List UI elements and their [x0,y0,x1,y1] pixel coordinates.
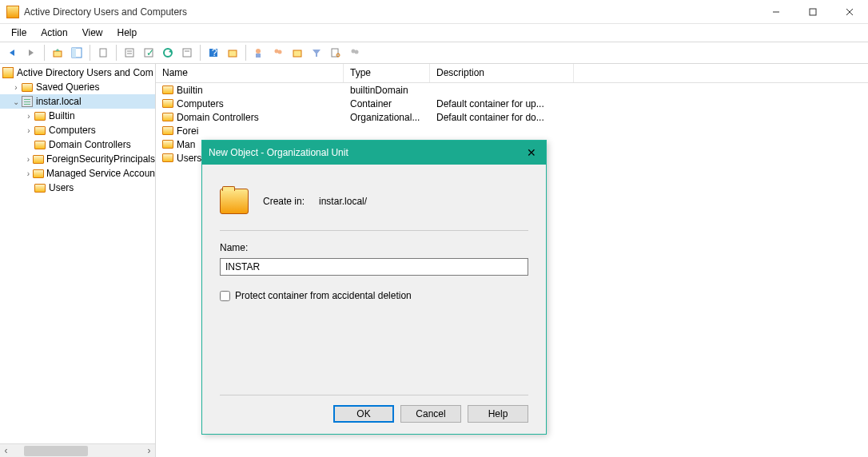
tree-item-foreignsecurityprincipals[interactable]: ›ForeignSecurityPrincipals [0,152,155,166]
new-group-icon[interactable] [269,44,287,62]
forward-button[interactable] [22,44,40,62]
scroll-left-arrow[interactable]: ‹ [0,445,12,457]
name-label: Name: [220,242,528,253]
tree-item-managed-service-accoun[interactable]: ›Managed Service Accoun [0,166,155,181]
svg-rect-4 [54,51,62,57]
list-header: Name Type Description [156,64,868,83]
help-button[interactable]: Help [468,405,528,423]
toolbar: ✓ ? [0,42,868,64]
domain-icon [21,96,34,107]
new-ou-icon[interactable] [289,44,306,62]
search-icon[interactable] [327,44,344,62]
tree-item-label: Saved Queries [36,81,99,93]
folder-icon [34,139,46,150]
svg-rect-20 [256,54,261,58]
properties-button[interactable] [121,44,138,62]
minimize-button[interactable] [758,0,794,24]
menu-help[interactable]: Help [111,26,144,40]
folder-icon [162,99,173,108]
tree-expander[interactable]: › [11,83,21,92]
tree-item-builtin[interactable]: ›Builtin [0,109,155,123]
tree-item-label: Builtin [49,110,75,121]
tree-item-users[interactable]: Users [0,181,155,195]
filter-icon[interactable] [308,44,325,62]
tree-root-label: Active Directory Users and Com [17,67,153,78]
show-hide-tree-button[interactable] [68,44,86,62]
tree-pane[interactable]: Active Directory Users and Com ›Saved Qu… [0,64,156,457]
svg-rect-24 [332,49,338,57]
svg-text:?: ? [212,47,217,58]
tree-item-domain-controllers[interactable]: Domain Controllers [0,137,155,152]
list-cell-name: Man [177,139,195,150]
column-name[interactable]: Name [156,64,344,82]
scroll-thumb[interactable] [24,446,88,456]
list-row[interactable]: Forei [156,124,868,137]
maximize-button[interactable] [794,0,831,24]
back-button[interactable] [3,44,21,62]
list-cell-name: Computers [177,98,224,109]
window-titlebar: Active Directory Users and Computers [0,0,868,24]
tree-item-label: Managed Service Accoun [46,168,155,179]
tree-expander[interactable]: › [24,169,33,178]
create-in-path: instar.local/ [319,196,367,207]
folder-icon [162,140,173,149]
folder-icon [220,189,249,214]
folder-icon [162,126,173,135]
menu-view[interactable]: View [76,26,109,40]
dialog-close-button[interactable]: ✕ [524,146,540,159]
list-row[interactable]: ComputersContainerDefault container for … [156,97,868,110]
list-cell-name: Forei [177,125,198,137]
ad-icon [2,67,14,78]
column-type[interactable]: Type [344,64,430,82]
folder-icon [162,153,173,162]
horizontal-scrollbar[interactable]: ‹ › [0,443,155,457]
protect-label: Protect container from accidental deleti… [235,290,412,301]
tree-expander[interactable]: ⌄ [11,97,21,106]
svg-rect-14 [183,49,191,57]
folder-icon [34,110,46,121]
svg-point-22 [278,50,282,54]
tree-item-label: Domain Controllers [49,139,131,150]
new-ou-dialog: New Object - Organizational Unit ✕ Creat… [201,140,547,435]
name-input[interactable] [220,258,528,276]
menu-file[interactable]: File [5,26,33,40]
tree-expander[interactable]: › [24,112,34,121]
list-row[interactable]: BuiltinbuiltinDomain [156,83,868,97]
help-button[interactable]: ? [205,44,222,62]
menubar: File Action View Help [0,24,868,42]
protect-checkbox[interactable] [220,291,230,301]
list-cell-type: Container [344,98,430,109]
tree-root[interactable]: Active Directory Users and Com [0,66,155,80]
tree-expander[interactable]: › [24,126,34,135]
list-cell-type: Organizational... [344,112,430,123]
find-button[interactable] [224,44,241,62]
menu-action[interactable]: Action [34,26,74,40]
list-cell-name: Domain Controllers [177,112,259,123]
scroll-right-arrow[interactable]: › [143,445,155,457]
app-icon [6,6,19,18]
tree-item-label: ForeignSecurityPrincipals [46,153,155,165]
tree-item-instar-local[interactable]: ⌄instar.local [0,94,155,109]
cut-button[interactable] [94,44,112,62]
tree-expander[interactable]: › [24,155,33,164]
dialog-title: New Object - Organizational Unit [209,147,524,158]
dialog-titlebar[interactable]: New Object - Organizational Unit ✕ [202,141,546,165]
list-row[interactable]: Domain ControllersOrganizational...Defau… [156,110,868,124]
cancel-button[interactable]: Cancel [400,405,461,423]
tree-item-computers[interactable]: ›Computers [0,123,155,137]
close-button[interactable] [831,0,868,24]
tree-item-saved-queries[interactable]: ›Saved Queries [0,80,155,94]
list-cell-type: builtinDomain [344,85,430,96]
add-to-group-icon[interactable] [346,44,364,62]
window-title: Active Directory Users and Computers [24,6,758,18]
up-button[interactable] [49,44,66,62]
column-description[interactable]: Description [430,64,574,82]
list-cell-description: Default container for up... [430,98,574,109]
folder-icon [33,153,44,165]
ok-button[interactable]: OK [333,405,394,423]
refresh-button[interactable] [159,44,177,62]
folder-icon [21,81,34,93]
export-button[interactable] [178,44,196,62]
delete-button[interactable]: ✓ [140,44,157,62]
new-user-icon[interactable] [250,44,268,62]
